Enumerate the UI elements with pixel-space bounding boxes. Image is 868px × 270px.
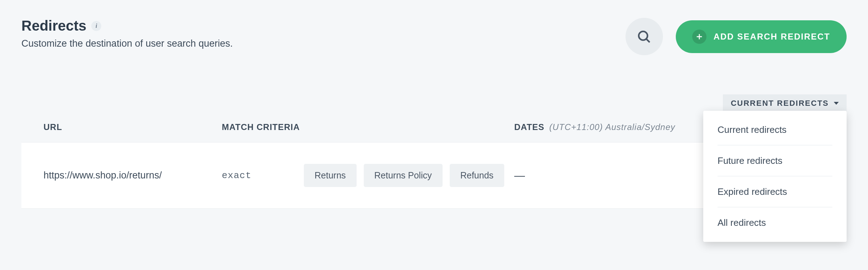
- filter-dropdown[interactable]: CURRENT REDIRECTS: [723, 94, 847, 112]
- filter-option-all[interactable]: All redirects: [703, 207, 847, 238]
- filter-option-future[interactable]: Future redirects: [703, 145, 847, 176]
- add-button-label: ADD SEARCH REDIRECT: [714, 32, 830, 42]
- row-match-type: exact: [222, 170, 304, 181]
- svg-line-1: [646, 39, 650, 42]
- column-match: MATCH CRITERIA: [222, 122, 304, 132]
- chevron-down-icon: [834, 102, 839, 105]
- criteria-chip: Returns: [304, 164, 357, 187]
- row-criteria: Returns Returns Policy Refunds: [304, 164, 514, 187]
- plus-icon: [692, 30, 706, 44]
- add-search-redirect-button[interactable]: ADD SEARCH REDIRECT: [676, 20, 847, 53]
- filter-selected-label: CURRENT REDIRECTS: [731, 99, 829, 108]
- filter-dropdown-menu: Current redirects Future redirects Expir…: [703, 111, 847, 242]
- row-url: https://www.shop.io/returns/: [44, 170, 222, 181]
- page-title: Redirects: [21, 18, 86, 34]
- criteria-chip: Returns Policy: [364, 164, 443, 187]
- criteria-chip: Refunds: [450, 164, 504, 187]
- column-criteria-spacer: [304, 122, 514, 132]
- dates-label: DATES: [514, 122, 545, 132]
- search-icon: [637, 29, 652, 44]
- page-subtitle: Customize the destination of user search…: [21, 38, 233, 49]
- filter-option-expired[interactable]: Expired redirects: [703, 176, 847, 207]
- svg-point-0: [639, 31, 648, 40]
- column-url: URL: [44, 122, 222, 132]
- dates-timezone: (UTC+11:00) Australia/Sydney: [549, 122, 675, 132]
- search-button[interactable]: [626, 18, 663, 55]
- filter-option-current[interactable]: Current redirects: [703, 114, 847, 145]
- info-icon[interactable]: i: [91, 21, 101, 31]
